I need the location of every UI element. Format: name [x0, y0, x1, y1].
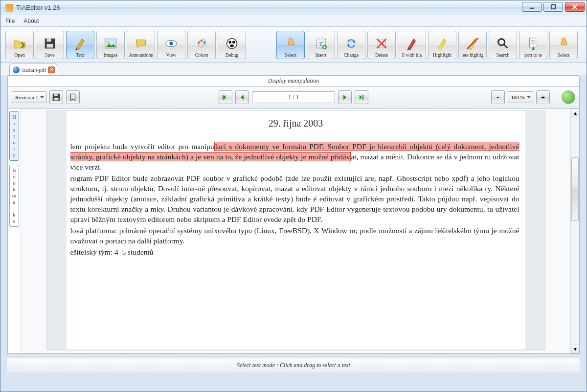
svg-point-12: [201, 40, 203, 42]
highlight-icon: [434, 36, 450, 51]
svg-text:T: T: [319, 40, 323, 47]
search-icon: [495, 36, 511, 51]
svg-point-25: [498, 39, 505, 45]
maximize-button[interactable]: [543, 2, 563, 12]
last-page-button[interactable]: [355, 90, 368, 104]
exporttotext-button[interactable]: port to te: [519, 31, 547, 59]
svg-rect-1: [551, 5, 555, 9]
text-button[interactable]: Text: [66, 31, 94, 59]
display-header: Display manipulation: [7, 75, 580, 86]
pdf-page: 29. října 2003 lem projektu bude vytvoři…: [46, 110, 545, 350]
save-icon: [42, 36, 58, 51]
debug-button[interactable]: Debug: [218, 31, 246, 59]
svg-rect-26: [530, 38, 536, 47]
svg-point-15: [228, 41, 231, 44]
side-tabs: History Bookmarks: [8, 109, 21, 353]
change-button[interactable]: Change: [337, 31, 365, 59]
svg-rect-30: [223, 95, 224, 100]
open-icon: [12, 36, 27, 51]
titlebar: TIAEditor v1.28: [0, 0, 587, 15]
svg-point-17: [230, 44, 234, 47]
globe-icon: [13, 66, 20, 73]
annotations-icon: [133, 36, 149, 51]
next-page-button[interactable]: [338, 90, 352, 104]
select-button[interactable]: Select: [276, 31, 305, 59]
images-icon: [103, 36, 118, 51]
view-icon: [163, 36, 179, 51]
minimize-button[interactable]: [522, 2, 542, 12]
page-body[interactable]: lem projektu bude vytvořit editor pro ma…: [70, 141, 519, 258]
menu-about[interactable]: About: [23, 18, 39, 24]
toolbar-row: OpenSaveTextImagesAnnotationsViewColorsD…: [0, 27, 587, 63]
page-number-field[interactable]: 1 / 1: [252, 91, 335, 103]
text-icon: [72, 36, 88, 51]
control-strip: Revision 1 1 / 1 - 100 % +: [7, 86, 580, 109]
highlight-button[interactable]: Highlight: [428, 31, 456, 59]
svg-point-11: [198, 42, 200, 44]
document-viewport[interactable]: 29. října 2003 lem projektu bude vytvoři…: [21, 109, 570, 353]
colors-button[interactable]: Colors: [187, 31, 216, 59]
delete-button[interactable]: Delete: [367, 31, 396, 59]
insert-button[interactable]: TInsert: [307, 31, 335, 59]
svg-point-16: [232, 41, 235, 44]
delete-icon: [374, 36, 389, 51]
page-date: 29. října 2003: [47, 118, 545, 129]
close-button[interactable]: [565, 2, 585, 12]
menu-file[interactable]: File: [5, 18, 15, 24]
svg-rect-28: [54, 94, 58, 96]
scroll-up-button[interactable]: ▴: [571, 109, 579, 117]
svg-rect-6: [46, 44, 53, 48]
save-button[interactable]: Save: [36, 31, 64, 59]
select-icon: [283, 36, 298, 51]
first-page-button[interactable]: [219, 90, 232, 104]
fillwithblank-button[interactable]: ll with bla: [398, 31, 426, 59]
svg-rect-31: [362, 95, 363, 100]
sidebar-tab-bookmarks[interactable]: Bookmarks: [9, 165, 19, 227]
tab-label: /zadani-pdf: [22, 67, 46, 73]
tab-strip: /zadani-pdf ✕: [0, 63, 587, 75]
deletehighlight-button[interactable]: lete highlig: [458, 31, 487, 59]
document-tab[interactable]: /zadani-pdf ✕: [9, 64, 58, 75]
search-button[interactable]: Search: [489, 31, 517, 59]
app-icon: [5, 4, 13, 12]
images-button[interactable]: Images: [96, 31, 125, 59]
fillwithblank-icon: [404, 36, 420, 51]
select2-button[interactable]: Select: [549, 31, 578, 59]
debug-icon: [224, 36, 240, 51]
change-icon: [343, 36, 359, 51]
save-revision-button[interactable]: [49, 90, 63, 104]
annotations-button[interactable]: Annotations: [127, 31, 155, 59]
revision-combo[interactable]: Revision 1: [12, 91, 46, 103]
view-button[interactable]: View: [157, 31, 185, 59]
zoom-combo[interactable]: 100 %: [508, 91, 533, 103]
svg-rect-29: [54, 98, 59, 101]
svg-point-13: [203, 42, 205, 44]
exporttotext-icon: [525, 36, 541, 51]
sidebar-tab-history[interactable]: History: [9, 111, 19, 161]
deletehighlight-icon: [465, 36, 480, 51]
tab-close-button[interactable]: ✕: [48, 66, 55, 73]
scroll-down-button[interactable]: ▾: [571, 345, 579, 353]
window-title: TIAEditor v1.28: [16, 4, 60, 11]
status-text: Select text mode : Click and drag to sel…: [237, 362, 350, 369]
zoom-out-button[interactable]: -: [491, 90, 505, 104]
prev-page-button[interactable]: [235, 90, 249, 104]
select2-icon: [556, 36, 571, 51]
zoom-in-button[interactable]: +: [536, 90, 550, 104]
help-button[interactable]: [562, 90, 575, 104]
colors-icon: [194, 36, 209, 51]
insert-icon: T: [313, 36, 329, 51]
menubar: File About: [0, 15, 587, 27]
work-area: History Bookmarks 29. října 2003 lem pro…: [7, 109, 580, 354]
svg-rect-23: [438, 48, 442, 50]
scroll-thumb[interactable]: [571, 157, 579, 221]
status-bar: Select text mode : Click and drag to sel…: [7, 358, 580, 372]
bookmark-button[interactable]: [66, 90, 80, 104]
open-button[interactable]: Open: [5, 31, 34, 59]
svg-point-8: [107, 41, 110, 44]
svg-point-10: [169, 42, 173, 45]
svg-rect-5: [46, 39, 51, 42]
vertical-scrollbar[interactable]: ▴ ▾: [570, 109, 579, 353]
